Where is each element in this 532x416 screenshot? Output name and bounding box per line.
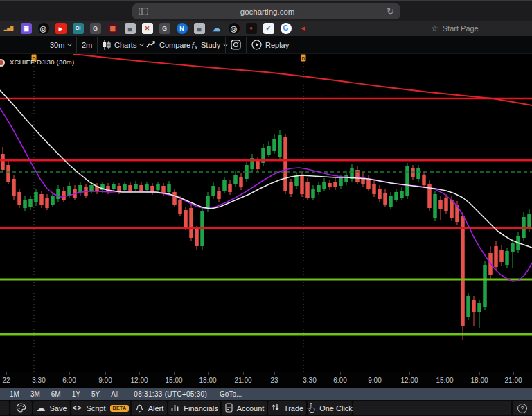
range-button-1y[interactable]: 1Y	[66, 390, 86, 398]
divider	[141, 37, 141, 53]
g-app-2-bookmark-icon[interactable]: G	[156, 21, 173, 36]
time-axis-label: 23	[270, 376, 278, 384]
g-app-1-bookmark-icon[interactable]: G	[87, 21, 104, 36]
browser-topbar: gocharting.com ↻	[0, 0, 532, 21]
financials-button[interactable]: Financials	[168, 401, 220, 415]
divider	[246, 37, 247, 53]
snapshot-button[interactable]	[231, 36, 241, 54]
check-app-bookmark-icon[interactable]: ✓	[260, 21, 277, 36]
symbol-logo-icon	[0, 59, 5, 67]
axis-tick	[310, 372, 310, 375]
time-axis-label: 18:00	[470, 376, 488, 384]
notebook-icon	[224, 403, 233, 414]
range-button-6m[interactable]: 6M	[46, 390, 66, 398]
start-page-label[interactable]: ☆ Start Page	[431, 21, 479, 36]
car-1-glyph: ▄	[125, 23, 136, 34]
symbol-label[interactable]: XCHIEF:DJI30 (30m)	[10, 58, 74, 67]
range-button-5y[interactable]: 5Y	[86, 390, 105, 398]
charts-dropdown[interactable]: Charts	[103, 36, 143, 54]
youtube-glyph: ▶	[55, 23, 66, 34]
time-axis[interactable]: 223:306:009:0012:0015:0018:0021:00233:30…	[0, 372, 532, 388]
toolbar-spacer[interactable]	[353, 401, 511, 415]
red-arrow-glyph: ◄	[298, 23, 309, 34]
pixel-app-bookmark-icon[interactable]: ▦	[104, 21, 121, 36]
reload-icon[interactable]: ↻	[387, 7, 394, 16]
time-axis-label: 12:00	[400, 376, 418, 384]
cloud-app-bookmark-icon[interactable]: ☁	[208, 21, 225, 36]
timeframe-2m[interactable]: 2m	[82, 36, 92, 54]
time-axis-label: 3:30	[303, 376, 316, 384]
youtube-bookmark-icon[interactable]: ▶	[52, 21, 69, 36]
account-button[interactable]: Account	[222, 401, 267, 415]
axis-tick	[6, 372, 7, 375]
one-click-button[interactable]: One Click	[308, 401, 352, 415]
svg-text:D: D	[301, 56, 305, 61]
axis-tick	[39, 372, 39, 375]
lens-b-glyph: ◎	[229, 23, 240, 34]
axis-tick	[513, 372, 514, 375]
rail-bookmark-icon[interactable]: ✕	[139, 21, 156, 36]
bar-chart-icon	[170, 403, 179, 413]
cloud-app-glyph: ☁	[211, 23, 222, 34]
goto-button[interactable]: GoTo...	[220, 390, 242, 398]
time-axis-label: 15:00	[165, 376, 182, 384]
chart-area[interactable]: DD XCHIEF:DJI30 (30m)	[0, 54, 532, 372]
lens-a-bookmark-icon[interactable]: ◎	[35, 21, 52, 36]
range-button-3m[interactable]: 3M	[25, 390, 46, 398]
url-text[interactable]: gocharting.com	[148, 8, 387, 16]
time-axis-label: 18:00	[199, 376, 216, 384]
time-axis-label: 22	[2, 376, 10, 384]
range-bar: 1M3M6M1Y5YAll 08:31:33 (UTC+05:30) GoTo.…	[0, 388, 532, 400]
lens-b-bookmark-icon[interactable]: ◎	[225, 21, 242, 36]
divider	[97, 37, 98, 53]
time-axis-label: 3:30	[32, 376, 45, 384]
axis-tick	[139, 372, 140, 375]
car-1-bookmark-icon[interactable]: ▄	[121, 21, 139, 36]
address-bar[interactable]: gocharting.com ↻	[132, 3, 400, 19]
rail-glyph: ✕	[142, 23, 153, 34]
bookmarks-bar: ▂▅█▣◎▶CiG▦▄✕GN▄☁◎●✓G◄ ☆ Start Page	[0, 21, 532, 36]
edge-tile[interactable]	[0, 401, 9, 415]
google-bookmark-icon[interactable]: G	[277, 21, 294, 36]
ci-app-bookmark-icon[interactable]: Ci	[69, 21, 87, 36]
axis-tick	[69, 372, 70, 375]
purple-app-bookmark-icon[interactable]: ▣	[17, 21, 35, 36]
bookmarks-list: ▂▅█▣◎▶CiG▦▄✕GN▄☁◎●✓G◄	[0, 21, 312, 36]
axis-tick	[445, 372, 445, 375]
clock-label: 08:31:33 (UTC+05:30)	[134, 390, 207, 398]
time-axis-label: 12:00	[130, 376, 148, 384]
compare-button[interactable]: Compare	[146, 36, 190, 54]
alert-button[interactable]: Alert	[132, 401, 167, 415]
time-axis-label: 6:00	[62, 376, 76, 384]
script-button[interactable]: <> Script BETA	[71, 401, 130, 415]
analytics-bookmark-icon[interactable]: ▂▅█	[0, 21, 17, 36]
save-button[interactable]: ☁ Save	[33, 401, 70, 415]
replay-button[interactable]: Replay	[251, 36, 289, 54]
divider	[225, 37, 226, 53]
record-app-bookmark-icon[interactable]: ●	[242, 21, 260, 36]
timeframe-dropdown[interactable]: 30m	[50, 36, 71, 54]
theme-button[interactable]	[10, 401, 32, 415]
axis-tick	[274, 372, 275, 375]
trade-button[interactable]: Trade	[268, 401, 306, 415]
n-app-bookmark-icon[interactable]: N	[173, 21, 190, 36]
up-down-arrows-icon	[271, 403, 280, 413]
candlestick-chart[interactable]: DD	[0, 54, 532, 372]
time-axis-label: 15:00	[436, 376, 453, 384]
car-2-glyph: ▄	[194, 23, 205, 34]
help-button[interactable]: ?	[513, 401, 532, 415]
study-dropdown[interactable]: ƒx Study	[191, 36, 227, 54]
ci-app-glyph: Ci	[73, 23, 84, 34]
g-app-1-glyph: G	[90, 23, 101, 34]
car-2-bookmark-icon[interactable]: ▄	[190, 21, 208, 36]
time-axis-label: 21:00	[504, 376, 522, 384]
range-button-all[interactable]: All	[105, 390, 124, 398]
range-button-1m[interactable]: 1M	[4, 390, 25, 398]
purple-app-glyph: ▣	[21, 23, 32, 34]
chart-toolbar: 30m 2m Charts Compare ƒx Study Replay	[0, 36, 532, 54]
star-icon: ☆	[431, 24, 438, 33]
red-arrow-bookmark-icon[interactable]: ◄	[294, 21, 312, 36]
divider	[186, 37, 186, 53]
time-axis-label: 6:00	[333, 376, 346, 384]
sidebar-icon[interactable]	[139, 8, 148, 15]
